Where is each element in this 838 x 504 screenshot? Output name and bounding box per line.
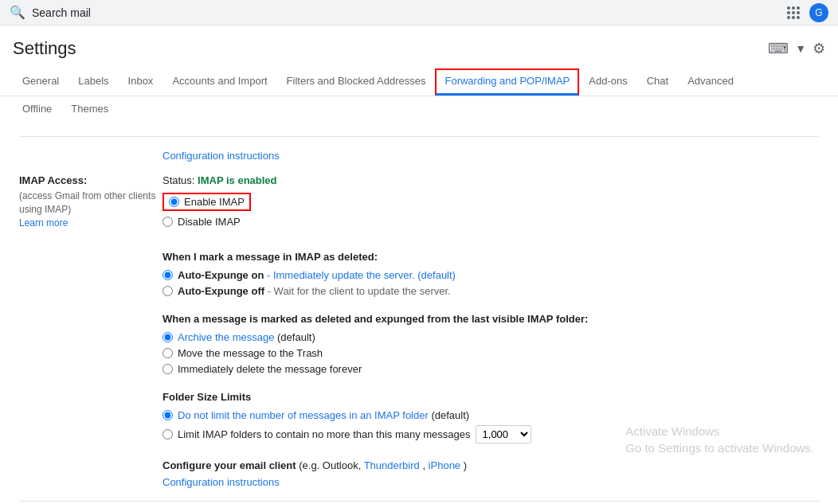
no-limit-default: (default): [429, 409, 469, 421]
tab-advanced[interactable]: Advanced: [678, 68, 743, 96]
trash-option: Move the message to the Trash: [163, 347, 819, 359]
folder-size-title: Folder Size Limits: [163, 391, 819, 403]
bottom-buttons: Save Changes Cancel: [19, 501, 819, 504]
auto-expunge-off-radio[interactable]: [163, 286, 173, 296]
email-client-section: Configure your email client (e.g. Outloo…: [19, 459, 819, 488]
main-content: Configuration instructions IMAP Access: …: [0, 123, 838, 504]
imap-label-desc: (access Gmail from other clients using I…: [19, 189, 163, 217]
no-limit-text: Do not limit the number of messages in a…: [178, 409, 429, 421]
disable-imap-label[interactable]: Disable IMAP: [178, 216, 241, 228]
imap-access-section: IMAP Access: (access Gmail from other cl…: [19, 174, 819, 232]
tab-themes[interactable]: Themes: [61, 96, 118, 123]
enable-imap-radio[interactable]: [169, 197, 179, 207]
no-limit-radio[interactable]: [163, 410, 173, 420]
auto-expunge-on-rest: - Immediately update the server. (defaul…: [264, 269, 456, 281]
tab-offline[interactable]: Offline: [13, 96, 61, 123]
disable-imap-option: Disable IMAP: [163, 216, 819, 228]
delete-option: Immediately delete the message forever: [163, 363, 819, 375]
archive-radio[interactable]: [163, 332, 173, 342]
folder-size-section: Folder Size Limits Do not limit the numb…: [19, 391, 819, 443]
settings-header-icons: ⌨ ▼ ⚙: [768, 40, 825, 57]
archive-label[interactable]: Archive the message (default): [178, 331, 315, 343]
auto-expunge-on-radio[interactable]: [163, 270, 173, 280]
avatar[interactable]: G: [809, 3, 828, 22]
tab-chat[interactable]: Chat: [637, 68, 678, 96]
page-wrapper: Settings ⌨ ▼ ⚙ General Labels Inbox Acco…: [0, 25, 838, 504]
archive-default: (default): [274, 331, 315, 343]
settings-title-row: Settings ⌨ ▼ ⚙: [13, 38, 825, 59]
tab-forwarding[interactable]: Forwarding and POP/IMAP: [435, 68, 579, 96]
imap-label-title: IMAP Access:: [19, 174, 163, 186]
top-right-icons: G: [784, 3, 828, 22]
enable-imap-label[interactable]: Enable IMAP: [184, 196, 245, 208]
nav-tabs-row2: Offline Themes: [0, 96, 838, 123]
limit-option: Limit IMAP folders to contain no more th…: [163, 425, 819, 443]
auto-expunge-on-option: Auto-Expunge on - Immediately update the…: [163, 269, 819, 281]
imap-learn-more-link[interactable]: Learn more: [19, 217, 68, 229]
dropdown-arrow-icon[interactable]: ▼: [795, 42, 806, 55]
limit-text: Limit IMAP folders to contain no more th…: [178, 428, 471, 440]
imap-status: Status: IMAP is enabled: [163, 174, 819, 186]
with-limit-radio[interactable]: [163, 429, 173, 440]
keyboard-icon[interactable]: ⌨: [768, 40, 789, 57]
config-instructions-bottom-link[interactable]: Configuration instructions: [163, 476, 280, 488]
section-divider: [19, 136, 819, 137]
tab-labels[interactable]: Labels: [69, 68, 118, 96]
tab-accounts[interactable]: Accounts and Import: [163, 68, 276, 96]
trash-radio[interactable]: [163, 348, 173, 358]
disable-imap-radio[interactable]: [163, 217, 173, 227]
when-deleted-title: When I mark a message in IMAP as deleted…: [163, 251, 819, 263]
trash-label[interactable]: Move the message to the Trash: [178, 347, 323, 359]
email-client-title-row: Configure your email client (e.g. Outloo…: [163, 459, 819, 471]
imap-status-prefix: Status:: [163, 174, 198, 186]
settings-header: Settings ⌨ ▼ ⚙ General Labels Inbox Acco…: [0, 25, 838, 96]
thunderbird-link[interactable]: Thunderbird: [364, 459, 420, 471]
search-input[interactable]: [32, 6, 777, 19]
enable-imap-option-highlighted: Enable IMAP: [163, 193, 251, 211]
tab-addons[interactable]: Add-ons: [579, 68, 636, 96]
tab-general[interactable]: General: [13, 68, 69, 96]
auto-expunge-off-rest: - Wait for the client to update the serv…: [264, 285, 451, 297]
iphone-link[interactable]: iPhone: [429, 459, 460, 471]
no-limit-label[interactable]: Do not limit the number of messages in a…: [178, 409, 469, 421]
page-title: Settings: [13, 38, 76, 59]
archive-option: Archive the message (default): [163, 331, 819, 343]
delete-label[interactable]: Immediately delete the message forever: [178, 363, 362, 375]
when-expunged-section: When a message is marked as deleted and …: [19, 313, 819, 375]
tab-inbox[interactable]: Inbox: [119, 68, 163, 96]
when-deleted-section: When I mark a message in IMAP as deleted…: [19, 251, 819, 297]
apps-grid-icon[interactable]: [784, 3, 803, 22]
tab-filters[interactable]: Filters and Blocked Addresses: [277, 68, 436, 96]
email-client-close: ): [464, 459, 467, 471]
auto-expunge-off-bold: Auto-Expunge off: [178, 285, 264, 297]
search-bar: 🔍 G: [0, 0, 838, 25]
with-limit-label[interactable]: Limit IMAP folders to contain no more th…: [178, 428, 471, 440]
nav-tabs-row1: General Labels Inbox Accounts and Import…: [13, 68, 825, 96]
email-client-eg: (e.g. Outlook,: [299, 459, 363, 471]
no-limit-option: Do not limit the number of messages in a…: [163, 409, 819, 421]
when-expunged-title: When a message is marked as deleted and …: [163, 313, 819, 325]
search-icon: 🔍: [10, 5, 25, 20]
config-instructions-top-link[interactable]: Configuration instructions: [19, 150, 819, 162]
auto-expunge-on-label[interactable]: Auto-Expunge on - Immediately update the…: [178, 269, 456, 281]
auto-expunge-off-option: Auto-Expunge off - Wait for the client t…: [163, 285, 819, 297]
imap-label-column: IMAP Access: (access Gmail from other cl…: [19, 174, 163, 232]
auto-expunge-on-bold: Auto-Expunge on: [178, 269, 264, 281]
folder-limit-dropdown[interactable]: 1,000 2,000 5,000 10,000: [476, 425, 531, 443]
email-client-comma: ,: [422, 459, 428, 471]
imap-content-column: Status: IMAP is enabled Enable IMAP Disa…: [163, 174, 819, 232]
imap-status-value: IMAP is enabled: [198, 174, 276, 186]
gear-icon[interactable]: ⚙: [813, 40, 825, 57]
email-client-title: Configure your email client: [163, 459, 296, 471]
auto-expunge-off-label[interactable]: Auto-Expunge off - Wait for the client t…: [178, 285, 451, 297]
delete-radio[interactable]: [163, 364, 173, 374]
archive-text: Archive the message: [178, 331, 274, 343]
